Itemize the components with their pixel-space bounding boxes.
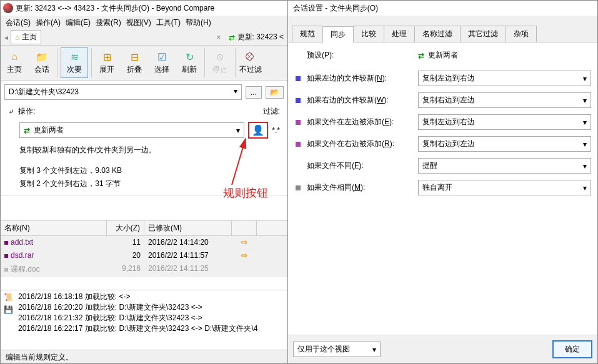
log-save-icon[interactable]: 💾 — [4, 305, 13, 314]
preset-row: 预设(P): ⇄ 更新两者 — [294, 50, 591, 61]
tb-minor[interactable]: ≋次要 — [61, 47, 88, 78]
scope-dropdown[interactable]: 仅用于这个视图 ▾ — [293, 342, 381, 357]
browse-button[interactable]: ... — [246, 86, 262, 99]
tb-session[interactable]: 📁会话 — [28, 46, 56, 80]
tab-close-icon[interactable]: × — [217, 33, 221, 42]
tab-compare[interactable]: 比较 — [353, 26, 384, 42]
menu-view[interactable]: 视图(V) — [126, 17, 151, 28]
status-text: 编辑当前规则定义。 — [6, 353, 73, 362]
rule-dropdown[interactable]: 独自离开▾ — [418, 180, 591, 195]
rule-mark — [296, 185, 301, 190]
rule-label: 如果文件在右边被添加(R): — [307, 139, 413, 149]
main-titlebar: 更新: 32423 <--> 43423 - 文件夹同步(O) - Beyond… — [1, 1, 287, 16]
rule-dropdown[interactable]: 复制右边到左边▾ — [418, 92, 591, 108]
rule-label: 如果文件不同(F): — [307, 160, 413, 171]
menu-help[interactable]: 帮助(H) — [186, 17, 211, 28]
rule-dropdown[interactable]: 复制左边到右边▾ — [418, 114, 591, 130]
return-icon[interactable]: ⤶ — [8, 107, 14, 116]
menu-search[interactable]: 搜索(R) — [96, 17, 121, 28]
status-bar: 编辑当前规则定义。 — [1, 350, 287, 363]
log-scroll-icon[interactable]: 📜 — [4, 293, 13, 302]
tab-spec[interactable]: 规范 — [292, 26, 323, 42]
log-area: 📜 💾 2016/2/18 16:18:18 加载比较: <->2016/2/1… — [1, 290, 287, 350]
sync-both-icon: ⇄ — [24, 126, 30, 135]
window-title: 更新: 32423 <--> 43423 - 文件夹同步(O) - Beyond… — [16, 3, 214, 14]
rules-button[interactable]: 👤 — [248, 122, 268, 139]
menu-tools[interactable]: 工具(T) — [156, 17, 181, 28]
chevron-down-icon: ▾ — [583, 96, 587, 105]
tab-namefilter[interactable]: 名称过滤 — [414, 26, 461, 42]
rule-label: 如果文件在左边被添加(E): — [307, 117, 413, 127]
chevron-down-icon[interactable]: ▾ — [234, 87, 237, 96]
toolbar-sep — [91, 48, 92, 77]
menu-action[interactable]: 操作(A) — [36, 17, 61, 28]
refresh-icon: ↻ — [183, 51, 196, 63]
grid-body: add.txt112016/2/2 14:14:20⇨dsd.rar202016… — [1, 236, 287, 277]
grid-header: 名称(N) 大小(Z) 已修改(M) — [1, 220, 287, 236]
table-row[interactable]: dsd.rar202016/2/2 14:11:57⇨ — [1, 249, 287, 262]
sync-action-dropdown[interactable]: ⇄ 更新两者 ▾ — [19, 122, 244, 138]
info-line: 复制较新和独有的文件/文件夹到另一边。 — [19, 145, 269, 155]
settings-row: 如果左边的文件较新(N):复制左边到右边▾ — [294, 71, 591, 86]
tb-nofilter[interactable]: ⛒不过滤 — [237, 46, 264, 80]
select-icon: ☑ — [156, 51, 168, 63]
tab-row: ◂ ⌂ 主页 × ⇄ 更新: 32423 < — [1, 29, 287, 46]
chevron-down-icon: ▾ — [583, 140, 587, 149]
filter-value[interactable]: *.* — [272, 126, 280, 135]
home-icon: ⌂ — [15, 33, 19, 42]
tab-process[interactable]: 处理 — [384, 26, 415, 42]
tab-extra[interactable]: ⇄ 更新: 32423 < — [229, 32, 284, 42]
path-row: D:\新建文件夹\32423 ▾ ... 📂 — [1, 81, 287, 104]
rule-dropdown[interactable]: 复制右边到左边▾ — [418, 136, 591, 152]
new-tab-left-icon[interactable]: ◂ — [4, 33, 8, 42]
filter-label: 过滤: — [263, 106, 280, 117]
chevron-down-icon: ▾ — [583, 74, 587, 83]
rule-label: 如果右边的文件较新(W): — [307, 95, 413, 106]
log-line: 2016/2/18 16:20:20 加载比较: D:\新建文件夹\32423 … — [18, 302, 285, 313]
tb-home[interactable]: ⌂主页 — [1, 46, 28, 80]
rule-dropdown[interactable]: 提醒▾ — [418, 158, 591, 174]
table-row[interactable]: 课程.doc9,2162016/2/2 14:11:25 — [1, 262, 287, 277]
tab-misc[interactable]: 杂项 — [506, 26, 537, 42]
app-icon — [3, 3, 13, 13]
operation-label: 操作: — [18, 106, 263, 117]
menu-session[interactable]: 会话(S) — [6, 17, 31, 28]
rule-mark — [296, 98, 301, 103]
tab-sync[interactable]: 同步 — [322, 26, 354, 42]
path-input[interactable]: D:\新建文件夹\32423 ▾ — [4, 84, 242, 100]
session-icon: 📁 — [36, 51, 48, 63]
sync-action-label: 更新两者 — [34, 125, 64, 135]
annotation-label: 规则按钮 — [223, 185, 268, 200]
ok-button[interactable]: 确定 — [552, 340, 592, 358]
tb-select[interactable]: ☑选择 — [148, 46, 176, 80]
nofilter-icon: ⛒ — [244, 51, 257, 63]
rule-mark — [296, 120, 301, 125]
tb-stop[interactable]: ⦸停止 — [206, 46, 234, 80]
settings-footer: 仅用于这个视图 ▾ 确定 — [288, 335, 597, 363]
log-lines[interactable]: 2016/2/18 16:18:18 加载比较: <->2016/2/18 16… — [16, 290, 287, 350]
action-row: ⇄ 更新两者 ▾ 👤 *.* — [1, 119, 287, 141]
tb-collapse[interactable]: ⊟折叠 — [121, 46, 148, 80]
col-name[interactable]: 名称(N) — [1, 221, 107, 235]
log-line: 2016/2/18 16:22:17 加载比较: D:\新建文件夹\32423 … — [18, 323, 285, 334]
rule-label: 如果文件相同(M): — [307, 182, 413, 193]
referee-icon: 👤 — [252, 125, 264, 135]
col-mod[interactable]: 已修改(M) — [144, 221, 232, 235]
rule-dropdown[interactable]: 复制左边到右边▾ — [418, 71, 591, 86]
tab-home[interactable]: ⌂ 主页 — [11, 30, 41, 44]
tab-otherfilter[interactable]: 其它过滤 — [460, 26, 506, 42]
settings-row: 如果文件在左边被添加(E):复制左边到右边▾ — [294, 114, 591, 130]
col-action[interactable] — [232, 221, 257, 235]
chevron-down-icon: ▾ — [583, 184, 587, 192]
table-row[interactable]: add.txt112016/2/2 14:14:20⇨ — [1, 236, 287, 249]
settings-row: 如果文件在右边被添加(R):复制右边到左边▾ — [294, 136, 591, 152]
info-line: 复制 3 个文件到左边，9.03 KB — [19, 165, 269, 176]
open-folder-button[interactable]: 📂 — [266, 86, 284, 99]
menu-edit[interactable]: 编辑(E) — [66, 17, 91, 28]
chevron-down-icon: ▾ — [236, 126, 240, 135]
col-size[interactable]: 大小(Z) — [107, 221, 144, 235]
expand-icon: ⊞ — [101, 51, 113, 63]
tb-expand[interactable]: ⊞展开 — [93, 46, 121, 80]
minor-icon: ≋ — [68, 51, 81, 63]
tb-refresh[interactable]: ↻刷新 — [176, 46, 203, 80]
